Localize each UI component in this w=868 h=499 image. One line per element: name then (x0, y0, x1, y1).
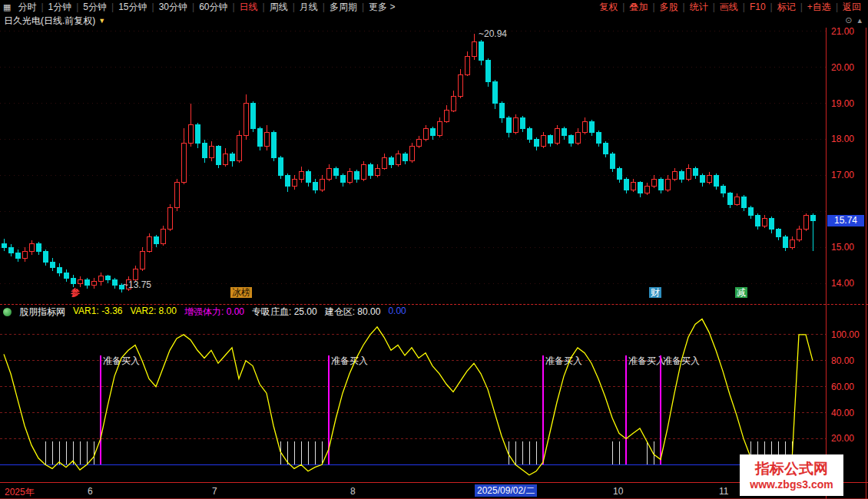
candle (810, 213, 815, 251)
candle-body (437, 121, 442, 136)
candle-body (430, 128, 435, 135)
period-tab[interactable]: 5分钟 (79, 1, 111, 14)
action-tab[interactable]: F10 (746, 2, 770, 12)
indicator-chart[interactable]: 准备买入准备买入准备买入准备买入准备买入 (0, 305, 826, 483)
candle (22, 247, 27, 262)
candle (686, 164, 691, 180)
candle-body (541, 136, 545, 147)
period-tab[interactable]: 60分钟 (195, 1, 231, 14)
action-tab[interactable]: 标记 (774, 1, 800, 14)
candle (513, 114, 518, 134)
action-tab[interactable]: +自选 (803, 1, 835, 14)
candle-body (250, 104, 255, 129)
candle-body (285, 175, 290, 186)
candle (78, 276, 82, 287)
candle (278, 156, 283, 180)
event-marker[interactable]: 财 (649, 287, 661, 298)
candle-body (237, 136, 241, 161)
candle (354, 170, 359, 182)
candle-body (679, 172, 684, 179)
candle-body (617, 168, 621, 179)
action-tab[interactable]: 返回 (839, 1, 865, 14)
candle-body (64, 273, 68, 278)
period-tab[interactable]: 更多 > (365, 1, 399, 14)
candle-body (755, 215, 760, 226)
candle (2, 239, 6, 251)
candle-body (382, 157, 386, 168)
period-tab[interactable]: 30分钟 (155, 1, 191, 14)
watermark: 指标公式网 www.zbgs3.com (740, 454, 843, 496)
info-icon[interactable]: ⊙ (845, 15, 852, 25)
period-tabs: 分时|1分钟|5分钟|15分钟|30分钟|60分钟|日线|周线|月线|多周期|更… (14, 1, 399, 14)
period-tab[interactable]: 分时 (14, 1, 40, 14)
indicator-field: VAR1: -3.36 (73, 306, 122, 319)
candle-body (624, 179, 628, 190)
candle-body (161, 230, 165, 244)
candle (292, 175, 297, 190)
candle (665, 175, 670, 191)
candle-body (84, 280, 89, 286)
period-tab[interactable]: 日线 (236, 1, 262, 14)
candle-body (209, 147, 214, 157)
period-tab[interactable]: 1分钟 (45, 1, 76, 14)
event-marker[interactable]: 参 (71, 287, 80, 298)
indicator-logo-icon (3, 308, 12, 316)
candle (458, 69, 462, 98)
candle-body (320, 179, 324, 190)
candle-body (154, 236, 158, 243)
candle-body (803, 215, 808, 230)
candle (548, 134, 552, 147)
candle-body (174, 183, 179, 208)
event-marker[interactable]: 冰榜 (230, 287, 252, 298)
candle (223, 148, 227, 167)
candle (644, 183, 649, 195)
candle-body (769, 219, 774, 230)
price-label: 19.00 (831, 98, 854, 109)
indicator-source[interactable]: 股朋指标网 (19, 306, 65, 319)
candle-body (112, 280, 117, 286)
candle (555, 125, 559, 145)
candle-body (548, 136, 552, 143)
candle (741, 195, 746, 211)
candle-body (22, 251, 27, 258)
period-tab[interactable]: 周线 (266, 1, 292, 14)
event-marker[interactable]: 减 (735, 287, 747, 298)
action-tab[interactable]: 叠加 (625, 1, 651, 14)
candle (71, 275, 75, 287)
candle (237, 131, 241, 163)
candle-body (333, 168, 338, 175)
candle-body (555, 128, 559, 143)
period-tab[interactable]: 多周期 (326, 1, 361, 14)
period-tab[interactable]: 15分钟 (114, 1, 151, 14)
candle (610, 152, 615, 172)
action-tab[interactable]: 多股 (656, 1, 682, 14)
candle (651, 175, 656, 188)
candle (437, 117, 442, 137)
title-dropdown-icon[interactable]: ▼ (98, 17, 105, 25)
candle-body (707, 175, 711, 182)
candle-body (665, 179, 670, 190)
candle-body (244, 104, 248, 136)
action-tab[interactable]: 统计 (686, 1, 712, 14)
action-tab[interactable]: 复权 (595, 1, 621, 14)
candle (285, 173, 290, 191)
candle (430, 127, 435, 139)
candle (631, 179, 635, 191)
app-menu-icon[interactable]: ▦ (3, 2, 11, 12)
candle-body (603, 143, 608, 154)
candle-body (354, 172, 359, 179)
indicator-field: VAR2: 8.00 (130, 306, 176, 319)
period-tab[interactable]: 月线 (296, 1, 322, 14)
buy-signal-label: 准备买入 (545, 355, 582, 366)
action-tabs: 复权|叠加|多股|统计|画线|F10|标记|+自选|返回 (595, 1, 865, 14)
candle (790, 236, 794, 249)
indicator-axis-label: 40.00 (831, 408, 854, 418)
candle-body (278, 157, 283, 176)
candlestick-chart[interactable] (0, 28, 826, 304)
candle (409, 143, 414, 163)
candle-body (520, 117, 525, 128)
collapse-panel-icon[interactable]: ▴ (857, 15, 862, 25)
action-tab[interactable]: 画线 (716, 1, 742, 14)
candle (472, 34, 476, 61)
candle (762, 215, 767, 227)
